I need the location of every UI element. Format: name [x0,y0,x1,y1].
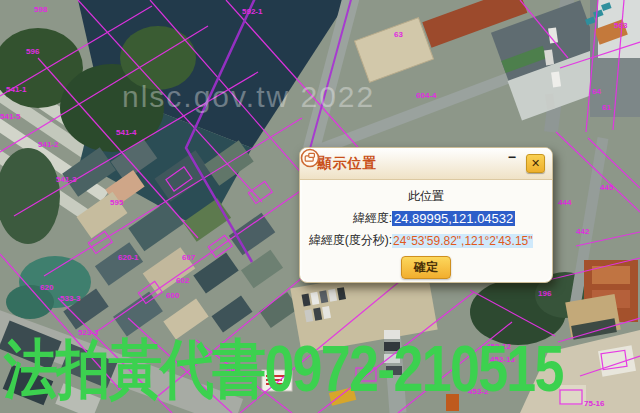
dms-label: 緯經度(度分秒): [306,232,392,249]
confirm-button[interactable]: 確定 [401,256,451,279]
dialog-titlebar[interactable]: ▸ 顯示位置 − ✕ [300,148,552,180]
dialog-title: 顯示位置 [318,155,378,173]
map-viewport: nlsc.gov.tw 2022 598592-156359663541-160… [0,0,640,413]
coordinates-grid: 緯經度: 24.89995,121.04532 緯經度(度分秒): 24°53'… [306,210,546,249]
location-heading: 此位置 [300,188,552,205]
dms-value[interactable]: 24°53'59.82",121°2'43.15" [392,234,533,248]
minimize-button[interactable]: − [503,151,521,163]
latlng-label: 緯經度: [306,210,392,227]
close-button[interactable]: ✕ [526,154,545,173]
show-location-dialog: ▸ 顯示位置 − ✕ 此位置 緯經度: 24.89995,121.04532 緯… [299,147,553,283]
dialog-body: 此位置 緯經度: 24.89995,121.04532 緯經度(度分秒): 24… [300,188,552,279]
latlng-value[interactable]: 24.89995,121.04532 [392,211,515,226]
